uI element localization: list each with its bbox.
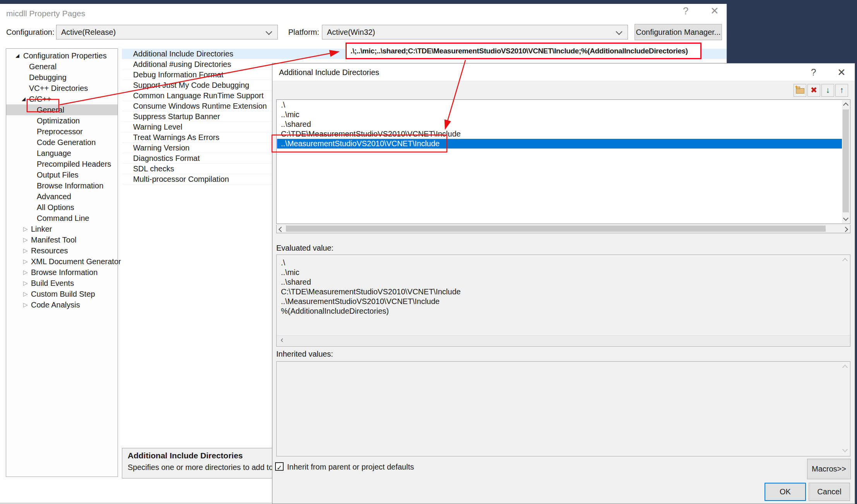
scroll-left-icon[interactable]: ‹: [281, 335, 283, 345]
configuration-label: Configuration:: [6, 28, 55, 37]
list-item[interactable]: .\: [277, 100, 842, 110]
scroll-down-icon[interactable]: [842, 447, 848, 452]
list-item-selected[interactable]: ..\MeasurementStudioVS2010\VCNET\Include: [277, 139, 842, 149]
window-title: micdll Property Pages: [6, 9, 85, 18]
cancel-button[interactable]: Cancel: [809, 483, 850, 501]
list-item[interactable]: ..\shared: [277, 120, 842, 129]
tree-item-label: Command Line: [37, 213, 89, 224]
tree-item-preprocessor[interactable]: Preprocessor: [6, 126, 118, 137]
tree-item-c-cpp-general[interactable]: General: [6, 104, 118, 115]
tree-item-language[interactable]: Language: [6, 148, 118, 159]
tree-item-label: VC++ Directories: [29, 83, 88, 94]
tree-item-label: Debugging: [29, 72, 67, 83]
platform-value: Active(Win32): [327, 25, 375, 39]
tree-collapsed-icon[interactable]: ▷: [23, 289, 28, 299]
dialog-titlebar: Additional Include Directories ? ✕: [272, 63, 855, 81]
new-sparkle-icon: ✦: [794, 84, 799, 90]
move-down-button[interactable]: ↓: [821, 84, 834, 97]
list-item[interactable]: ..\mic: [277, 110, 842, 120]
window-help-icon[interactable]: ?: [683, 6, 688, 16]
tree-item-precompiled-headers[interactable]: Precompiled Headers: [6, 159, 118, 169]
tree-item-linker[interactable]: ▷Linker: [6, 224, 118, 234]
tree-item-label: C/C++: [29, 94, 51, 104]
tree-item-xml-document-generator[interactable]: ▷XML Document Generator: [6, 256, 118, 267]
scroll-up-icon[interactable]: [842, 258, 848, 263]
tree-item-command-line[interactable]: Command Line: [6, 213, 118, 224]
directories-list: .\ ..\mic ..\shared C:\TDE\MeasurementSt…: [276, 99, 850, 224]
configuration-manager-button[interactable]: Configuration Manager...: [635, 24, 722, 40]
evaluated-horizontal-scrollbar[interactable]: ‹: [277, 335, 850, 346]
tree-expanded-icon[interactable]: ◢: [15, 50, 19, 61]
dialog-close-icon[interactable]: ✕: [837, 63, 846, 81]
tree-collapsed-icon[interactable]: ▷: [23, 224, 28, 234]
tree-collapsed-icon[interactable]: ▷: [23, 299, 28, 310]
tree-item-all-options[interactable]: All Options: [6, 202, 118, 213]
additional-include-directories-value[interactable]: .\;..\mic;..\shared;C:\TDE\MeasurementSt…: [346, 43, 701, 59]
dialog-help-icon[interactable]: ?: [811, 63, 816, 81]
scrollbar-thumb[interactable]: [286, 226, 826, 232]
tree-item-code-analysis[interactable]: ▷Code Analysis: [6, 299, 118, 310]
tree-item-advanced[interactable]: Advanced: [6, 191, 118, 202]
new-line-button[interactable]: ✦: [794, 84, 806, 97]
tree-item-custom-build-step[interactable]: ▷Custom Build Step: [6, 289, 118, 299]
configuration-select[interactable]: Active(Release): [56, 25, 278, 39]
delete-button[interactable]: ✖: [807, 84, 820, 97]
tree-item-debugging[interactable]: Debugging: [6, 72, 118, 83]
tree-item-configuration-properties[interactable]: ◢Configuration Properties: [6, 50, 118, 61]
tree-item-c-cpp[interactable]: ◢C/C++: [6, 94, 118, 104]
additional-include-directories-dialog: Additional Include Directories ? ✕ ✦ ✖ ↓…: [272, 63, 855, 504]
evaluated-value-box: .\ ..\mic ..\shared C:\TDE\MeasurementSt…: [276, 255, 850, 347]
tree-item-output-files[interactable]: Output Files: [6, 169, 118, 180]
tree-item-label: Manifest Tool: [31, 234, 76, 245]
list-horizontal-scrollbar[interactable]: [276, 225, 850, 233]
tree-item-label: Linker: [31, 224, 52, 234]
tree-item-browse-information-2[interactable]: ▷Browse Information: [6, 267, 118, 278]
tree-collapsed-icon[interactable]: ▷: [23, 256, 28, 267]
inherit-checkbox[interactable]: ✓: [275, 462, 284, 471]
scroll-up-icon[interactable]: [843, 103, 848, 108]
inherit-checkbox-label[interactable]: Inherit from parent or project defaults: [287, 463, 414, 472]
scroll-right-icon[interactable]: [843, 227, 848, 232]
tree-item-manifest-tool[interactable]: ▷Manifest Tool: [6, 234, 118, 245]
scroll-left-icon[interactable]: [279, 227, 284, 232]
inherited-values-label: Inherited values:: [276, 350, 333, 359]
evaluated-line: ..\mic: [281, 268, 299, 277]
tree-item-label: Output Files: [37, 169, 79, 180]
tree-item-label: Build Events: [31, 278, 74, 289]
chevron-down-icon: [616, 29, 623, 35]
tree-item-vcpp-directories[interactable]: VC++ Directories: [6, 83, 118, 94]
screenshot-stage: micdll Property Pages ? ✕ Configuration:…: [0, 0, 857, 504]
tree-item-code-generation[interactable]: Code Generation: [6, 137, 118, 148]
tree-item-general[interactable]: General: [6, 61, 118, 72]
scrollbar-thumb[interactable]: [843, 109, 849, 212]
tree-item-label: General: [37, 104, 64, 115]
value-text: .\;..\mic;..\shared;C:\TDE\MeasurementSt…: [351, 44, 698, 58]
scroll-down-icon[interactable]: [843, 215, 848, 221]
move-up-button[interactable]: ↑: [835, 84, 848, 97]
list-vertical-scrollbar[interactable]: [842, 100, 850, 223]
window-close-icon[interactable]: ✕: [710, 6, 719, 16]
tree-item-build-events[interactable]: ▷Build Events: [6, 278, 118, 289]
list-item[interactable]: C:\TDE\MeasurementStudioVS2010\VCNET\Inc…: [277, 129, 842, 139]
evaluated-line: ..\shared: [281, 277, 311, 287]
tree-item-label: Code Generation: [37, 137, 96, 148]
scroll-up-icon[interactable]: [842, 365, 848, 370]
tree-expanded-icon[interactable]: ◢: [22, 94, 26, 104]
evaluated-line: %(AdditionalIncludeDirectories): [281, 306, 389, 316]
tree-item-label: Advanced: [37, 191, 71, 202]
tree-collapsed-icon[interactable]: ▷: [23, 234, 28, 245]
tree-item-label: XML Document Generator: [31, 256, 121, 267]
tree-collapsed-icon[interactable]: ▷: [23, 267, 28, 278]
tree-item-label: Preprocessor: [37, 126, 83, 137]
tree-item-optimization[interactable]: Optimization: [6, 115, 118, 126]
ok-button[interactable]: OK: [765, 483, 806, 501]
tree-collapsed-icon[interactable]: ▷: [23, 278, 28, 289]
check-icon: ✓: [277, 464, 282, 472]
tree-item-resources[interactable]: ▷Resources: [6, 245, 118, 256]
platform-select[interactable]: Active(Win32): [322, 25, 628, 39]
tree-collapsed-icon[interactable]: ▷: [23, 245, 28, 256]
tree-item-label: Configuration Properties: [23, 50, 107, 61]
tree-item-browse-information[interactable]: Browse Information: [6, 180, 118, 191]
tree-item-label: Code Analysis: [31, 299, 80, 310]
macros-button[interactable]: Macros>>: [807, 459, 851, 479]
